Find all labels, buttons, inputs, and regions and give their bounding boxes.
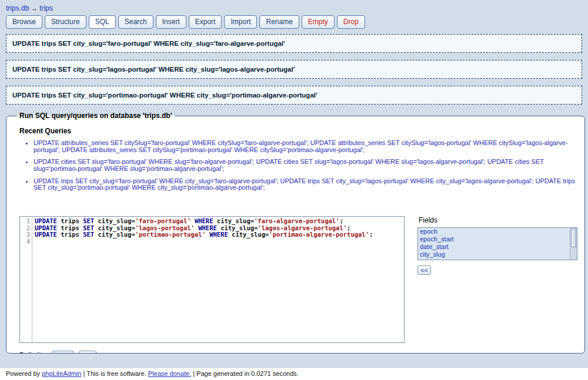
sql-result-notice: UPDATE trips SET city_slug='faro-portuga… bbox=[6, 34, 582, 53]
breadcrumb-arrow-icon: → bbox=[31, 4, 38, 12]
tab-bar: BrowseStructureSQLSearchInsertExportImpo… bbox=[0, 14, 588, 29]
field-option-date_start[interactable]: date_start bbox=[418, 243, 577, 251]
line-number: 3 bbox=[20, 231, 30, 238]
sql-query-fieldset: Run SQL query/queries on database 'trips… bbox=[6, 112, 585, 354]
footer: Powered by phpLiteAdmin | This is free s… bbox=[0, 367, 588, 380]
recent-queries-title: Recent Queries bbox=[19, 127, 577, 135]
tab-insert[interactable]: Insert bbox=[156, 15, 186, 29]
field-option-city_slug[interactable]: city_slug bbox=[418, 251, 577, 258]
fieldset-legend: Run SQL query/queries on database 'trips… bbox=[17, 112, 175, 120]
sql-editor[interactable]: 1234 UPDATE trips SET city_slug='faro-po… bbox=[19, 216, 405, 343]
editor-code[interactable]: UPDATE trips SET city_slug='faro-portuga… bbox=[32, 217, 373, 342]
breadcrumb: trips.db→trips bbox=[0, 0, 588, 14]
field-option-epoch_start[interactable]: epoch_start bbox=[418, 236, 577, 243]
line-number: 1 bbox=[20, 218, 30, 225]
sql-result-notices: UPDATE trips SET city_slug='faro-portuga… bbox=[0, 34, 588, 105]
recent-queries-list: UPDATE attributes_series SET citySlug='f… bbox=[21, 140, 577, 191]
delimiter-input[interactable] bbox=[52, 351, 74, 354]
recent-query-link[interactable]: UPDATE cities SET slug='faro-portugal' W… bbox=[34, 159, 577, 172]
fields-scrollbar[interactable] bbox=[570, 228, 577, 260]
tab-export[interactable]: Export bbox=[189, 15, 222, 29]
line-number: 4 bbox=[20, 238, 30, 246]
sql-result-notice: UPDATE trips SET city_slug='portimao-por… bbox=[6, 86, 582, 105]
footer-generated: | Page generated in 0.0271 seconds. bbox=[191, 370, 299, 377]
tab-rename[interactable]: Rename bbox=[259, 15, 299, 29]
delimiter-label: Delimiter bbox=[19, 351, 47, 354]
tab-structure[interactable]: Structure bbox=[45, 15, 86, 29]
footer-powered-by: Powered by bbox=[6, 370, 42, 377]
footer-free-software: | This is free software. bbox=[81, 370, 148, 377]
breadcrumb-db-link[interactable]: trips.db bbox=[6, 4, 29, 12]
delimiter-row: Delimiter Go bbox=[19, 351, 577, 354]
donate-link[interactable]: Please donate. bbox=[148, 370, 191, 377]
phpliteadmin-link[interactable]: phpLiteAdmin bbox=[42, 370, 81, 377]
fields-listbox[interactable]: epochepoch_startdate_startcity_slug bbox=[417, 227, 577, 260]
editor-line-numbers: 1234 bbox=[20, 217, 32, 342]
tab-empty[interactable]: Empty bbox=[302, 15, 335, 29]
fields-label: Fields bbox=[419, 216, 577, 224]
sql-result-notice: UPDATE trips SET city_slug='lagos-portug… bbox=[6, 60, 582, 79]
tab-sql[interactable]: SQL bbox=[89, 15, 116, 29]
recent-query-link[interactable]: UPDATE trips SET city_slug='faro-portuga… bbox=[34, 178, 577, 191]
breadcrumb-table-link[interactable]: trips bbox=[39, 4, 53, 12]
recent-query-link[interactable]: UPDATE attributes_series SET citySlug='f… bbox=[34, 140, 577, 153]
phpliteadmin-page: trips.db→trips BrowseStructureSQLSearchI… bbox=[0, 0, 588, 354]
fields-scrollbar-thumb[interactable] bbox=[571, 228, 576, 247]
insert-field-button[interactable]: << bbox=[417, 265, 431, 275]
tab-browse[interactable]: Browse bbox=[6, 15, 42, 29]
editor-row: 1234 UPDATE trips SET city_slug='faro-po… bbox=[19, 216, 577, 343]
go-button[interactable]: Go bbox=[79, 351, 96, 354]
fields-options: epochepoch_startdate_startcity_slug bbox=[418, 228, 577, 258]
fields-panel: Fields epochepoch_startdate_startcity_sl… bbox=[417, 216, 577, 275]
code-line bbox=[35, 238, 373, 246]
code-line: UPDATE trips SET city_slug='portimao-por… bbox=[35, 231, 373, 238]
field-option-epoch[interactable]: epoch bbox=[418, 228, 577, 236]
tab-import[interactable]: Import bbox=[224, 15, 257, 29]
tab-drop[interactable]: Drop bbox=[337, 15, 365, 29]
tab-search[interactable]: Search bbox=[118, 15, 153, 29]
